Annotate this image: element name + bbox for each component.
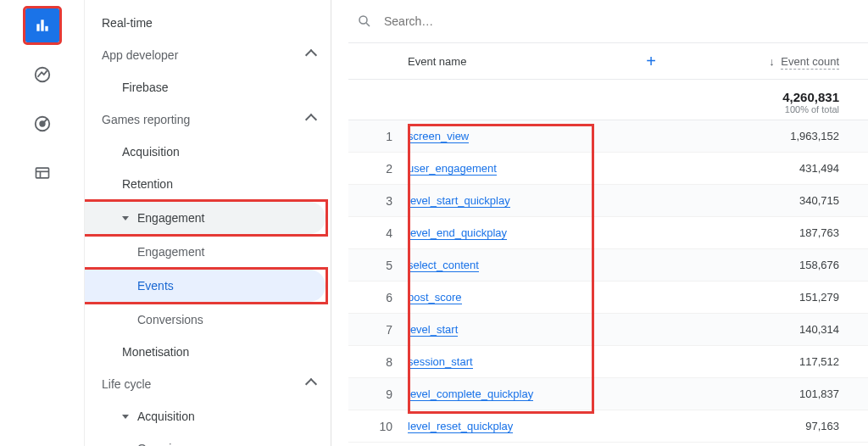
header-event-name: Event name	[408, 55, 466, 68]
row-index: 7	[348, 323, 408, 337]
sidebar-group-life-cycle[interactable]: Life cycle	[85, 368, 331, 400]
event-link[interactable]: screen_view	[408, 130, 469, 143]
svg-line-10	[366, 23, 370, 26]
header-event-count[interactable]: ↓ Event count	[682, 55, 868, 68]
sidebar-group-app-developer[interactable]: App developer	[85, 39, 331, 71]
sidebar-firebase[interactable]: Firebase	[85, 71, 331, 103]
event-link[interactable]: level_end_quickplay	[408, 226, 507, 240]
table-row: 6post_score151,279	[348, 282, 868, 314]
main-panel: Event name + ↓ Event count 4,260,831 100…	[331, 0, 868, 446]
event-count: 340,715	[682, 194, 868, 207]
svg-rect-1	[41, 20, 43, 31]
sidebar-acquisition[interactable]: Acquisition	[85, 136, 331, 168]
event-count: 117,512	[682, 355, 868, 368]
table-row: 9level_complete_quickplay101,837	[348, 378, 868, 410]
sidebar-events[interactable]: Events	[85, 270, 326, 302]
row-index: 8	[348, 355, 408, 369]
chevron-up-icon	[305, 114, 317, 125]
event-count: 1,963,152	[682, 130, 868, 142]
table-body: 1screen_view1,963,1522user_engagement431…	[348, 120, 868, 443]
sidebar-retention[interactable]: Retention	[85, 168, 331, 200]
library-icon[interactable]	[25, 156, 59, 190]
search-input[interactable]	[384, 14, 689, 28]
table-row: 4level_end_quickplay187,763	[348, 217, 868, 249]
advertising-icon[interactable]	[25, 107, 59, 141]
sidebar-group-games-reporting[interactable]: Games reporting	[85, 103, 331, 136]
table-header: Event name + ↓ Event count	[348, 42, 868, 80]
event-link[interactable]: level_start_quickplay	[408, 194, 510, 208]
row-index: 4	[348, 226, 408, 240]
add-dimension-button[interactable]: +	[646, 52, 656, 71]
event-count: 151,279	[682, 291, 868, 304]
event-link[interactable]: session_start	[408, 355, 473, 369]
event-link[interactable]: post_score	[408, 291, 462, 304]
sidebar-conversions[interactable]: Conversions	[85, 304, 331, 336]
triangle-down-icon	[122, 415, 129, 419]
row-index: 9	[348, 387, 408, 401]
search-row	[348, 0, 868, 42]
svg-rect-2	[45, 26, 47, 31]
table-row: 7level_start140,314	[348, 314, 868, 346]
svg-rect-6	[36, 168, 48, 178]
event-link[interactable]: select_content	[408, 259, 479, 272]
svg-rect-0	[36, 24, 39, 31]
reports-icon[interactable]	[25, 8, 59, 42]
event-link[interactable]: level_start	[408, 323, 458, 337]
row-index: 5	[348, 259, 408, 272]
table-row: 1screen_view1,963,152	[348, 120, 868, 153]
explore-icon[interactable]	[25, 58, 59, 92]
search-icon	[357, 14, 372, 29]
event-count: 140,314	[682, 323, 868, 336]
chevron-up-icon	[305, 49, 317, 61]
event-count: 101,837	[682, 387, 868, 400]
table-row: 2user_engagement431,494	[348, 153, 868, 185]
events-table: Event name + ↓ Event count 4,260,831 100…	[348, 42, 868, 446]
event-link[interactable]: level_complete_quickplay	[408, 387, 533, 401]
triangle-down-icon	[122, 216, 129, 220]
sort-desc-icon: ↓	[769, 55, 775, 68]
reports-sidebar: Real-time App developer Firebase Games r…	[85, 0, 331, 446]
svg-point-3	[35, 68, 49, 82]
totals-row: 4,260,831 100% of total	[348, 80, 868, 120]
event-count: 158,676	[682, 259, 868, 271]
event-count: 187,763	[682, 226, 868, 239]
row-index: 2	[348, 162, 408, 176]
chevron-up-icon	[305, 378, 317, 390]
total-percent: 100% of total	[682, 104, 839, 114]
sidebar-lc-acquisition[interactable]: Acquisition	[85, 400, 331, 432]
row-index: 3	[348, 194, 408, 208]
sidebar-realtime[interactable]: Real-time	[85, 7, 331, 39]
event-count: 431,494	[682, 162, 868, 175]
event-link[interactable]: user_engagement	[408, 162, 497, 176]
sidebar-engagement-overview[interactable]: Engagement	[85, 236, 331, 268]
row-index: 1	[348, 130, 408, 143]
table-row: 8session_start117,512	[348, 346, 868, 378]
row-index: 10	[348, 420, 408, 433]
event-link[interactable]: level_reset_quickplay	[408, 420, 513, 433]
total-event-count: 4,260,831	[682, 90, 839, 104]
sidebar-overview[interactable]: Overview	[85, 432, 331, 446]
table-row: 3level_start_quickplay340,715	[348, 185, 868, 217]
row-index: 6	[348, 291, 408, 304]
table-row: 5select_content158,676	[348, 249, 868, 282]
sidebar-monetisation[interactable]: Monetisation	[85, 336, 331, 368]
svg-point-9	[359, 16, 367, 24]
sidebar-engagement[interactable]: Engagement	[85, 202, 326, 234]
icon-rail	[0, 0, 85, 446]
event-count: 97,163	[682, 420, 868, 432]
table-row: 10level_reset_quickplay97,163	[348, 410, 868, 443]
